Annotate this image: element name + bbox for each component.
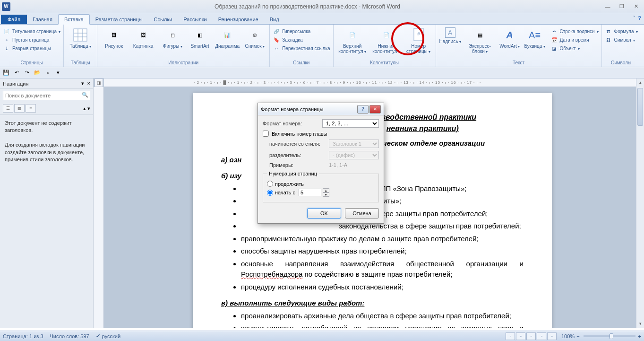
chart-button[interactable]: 📊Диаграмма [214,26,241,49]
shapes-button[interactable]: ◻Фигуры [159,26,186,49]
textbox-button[interactable]: AНадпись [439,26,462,44]
start-at-radio[interactable] [267,190,273,196]
dropcap-button[interactable]: A≡Буквица [523,26,547,49]
smartart-button[interactable]: ◧SmartArt [188,26,212,49]
dialog-close-button[interactable]: ✕ [369,105,381,114]
vertical-scrollbar[interactable]: ▴ ▾ [636,79,644,328]
datetime-button[interactable]: 📅Дата и время [550,36,599,44]
minimize-button[interactable]: ― [601,2,614,11]
page-number-button[interactable]: #Номер страницы [404,26,433,54]
cancel-button[interactable]: Отмена [345,208,379,219]
view-outline[interactable]: ▫ [537,332,546,340]
ribbon-tabs: Файл Главная Вставка Разметка страницы С… [0,13,644,25]
status-words[interactable]: Число слов: 597 [50,333,89,339]
scroll-up-icon[interactable]: ▴ [636,79,644,87]
crossref-button[interactable]: ↔Перекрестная ссылка [273,44,330,52]
clipart-button[interactable]: 🖼Картинка [129,26,157,49]
view-full-read[interactable]: ▫ [516,332,525,340]
ribbon-minimize-icon[interactable]: ˇ [634,15,635,21]
group-tables-label: Таблицы [67,59,94,67]
qat-customize-icon[interactable]: ▾ [54,69,62,77]
status-language[interactable]: ✔русский [96,333,120,339]
tab-page-layout[interactable]: Разметка страницы [90,15,148,24]
include-chapter-label: Включить номер главы [272,131,327,137]
blank-page-button[interactable]: ▫Пустая страница [3,36,60,44]
ribbon: 📄Титульная страница ▫Пустая страница ⤓Ра… [0,25,644,67]
quickparts-button[interactable]: ▦Экспресс-блоки [464,26,497,54]
nav-close-icon[interactable]: × [87,80,90,86]
wordart-button[interactable]: AWordArt [498,26,521,49]
title-bar: W Образец заданий по производственной пр… [0,0,644,13]
nav-view-results[interactable]: ≡ [26,104,36,113]
object-button[interactable]: ◪Объект [550,44,599,52]
tab-insert[interactable]: Вставка [58,14,90,25]
signature-line-button[interactable]: ✒Строка подписи [550,27,599,35]
quickparts-icon: ▦ [472,27,488,43]
group-illustrations-label: Иллюстрации [100,59,266,67]
bookmark-button[interactable]: 🔖Закладка [273,36,330,44]
vertical-ruler[interactable] [94,87,104,328]
zoom-slider[interactable] [584,335,635,337]
status-page[interactable]: Страница: 1 из 3 [3,333,43,339]
scroll-down-icon[interactable]: ▾ [636,320,644,328]
tab-mailings[interactable]: Рассылки [178,15,212,24]
zoom-level[interactable]: 100% [561,333,575,339]
tab-home[interactable]: Главная [27,15,58,24]
open-icon[interactable]: 📂 [33,69,42,77]
page-number-icon: # [411,27,426,43]
scroll-thumb[interactable] [637,88,643,126]
view-print-layout[interactable]: ▫ [506,332,515,340]
table-icon [73,27,88,43]
dialog-help-button[interactable]: ? [357,105,369,114]
spin-down[interactable]: ▾ [323,192,329,197]
start-at-input[interactable] [299,189,321,196]
start-at-radio-label: начать с: [275,190,297,195]
screenshot-button[interactable]: ⎚Снимок [243,26,266,49]
view-web[interactable]: ▫ [526,332,536,340]
ok-button[interactable]: OK [307,208,341,219]
search-icon[interactable]: 🔍 [82,92,88,98]
starts-style-select: Заголовок 1 [329,140,379,148]
symbol-button[interactable]: ΩСимвол [605,36,638,44]
close-window-button[interactable]: ✕ [630,2,642,11]
header-button[interactable]: 📄Верхний колонтитул [336,26,369,54]
help-icon[interactable]: ? [638,15,641,21]
separator-label: разделитель: [269,152,326,158]
search-input[interactable] [3,91,90,100]
group-text-label: Текст [439,59,599,67]
undo-icon[interactable]: ↶ [12,69,21,77]
footer-button[interactable]: 📄Нижний колонтитул [370,26,403,54]
nav-next-icon[interactable]: ▾ [87,105,90,111]
view-draft[interactable]: ▫ [547,332,557,340]
nav-prev-icon[interactable]: ▴ [83,105,86,111]
continue-radio[interactable] [267,181,273,187]
ruler-toggle[interactable]: ◨ [94,79,103,87]
spin-up[interactable]: ▴ [323,188,329,192]
save-icon[interactable]: 💾 [2,69,10,77]
zoom-out-button[interactable]: − [576,333,579,339]
page-break-button[interactable]: ⤓Разрыв страницы [3,44,60,52]
include-chapter-checkbox[interactable] [263,131,269,137]
format-select[interactable]: 1, 2, 3, … [322,119,379,128]
new-icon[interactable]: ▫ [43,69,52,77]
group-headerfooter-label: Колонтитулы [336,59,433,67]
table-button[interactable]: Таблица [67,26,94,49]
horizontal-ruler[interactable]: · 2 · ı · 1 · ı · █ · ı · 1 · ı · 2 · ı … [104,79,644,87]
tab-review[interactable]: Рецензирование [213,15,264,24]
tab-references[interactable]: Ссылки [148,15,178,24]
redo-icon[interactable]: ↷ [23,69,31,77]
tab-view[interactable]: Вид [264,15,285,24]
file-tab[interactable]: Файл [1,15,27,24]
nav-dropdown-icon[interactable]: ▾ [81,80,84,86]
picture-button[interactable]: 🖼Рисунок [100,26,128,49]
word-icon: W [2,2,10,11]
cover-page-button[interactable]: 📄Титульная страница [3,27,60,35]
nav-view-headings[interactable]: ☰ [3,104,13,113]
nav-view-pages[interactable]: ▦ [14,104,25,113]
restore-button[interactable]: ❐ [616,2,628,11]
zoom-in-button[interactable]: + [638,333,641,339]
equation-button[interactable]: πФормула [605,27,638,35]
svg-text:#: # [417,32,420,37]
wordart-icon: A [502,27,517,43]
hyperlink-button[interactable]: 🔗Гиперссылка [273,27,330,35]
